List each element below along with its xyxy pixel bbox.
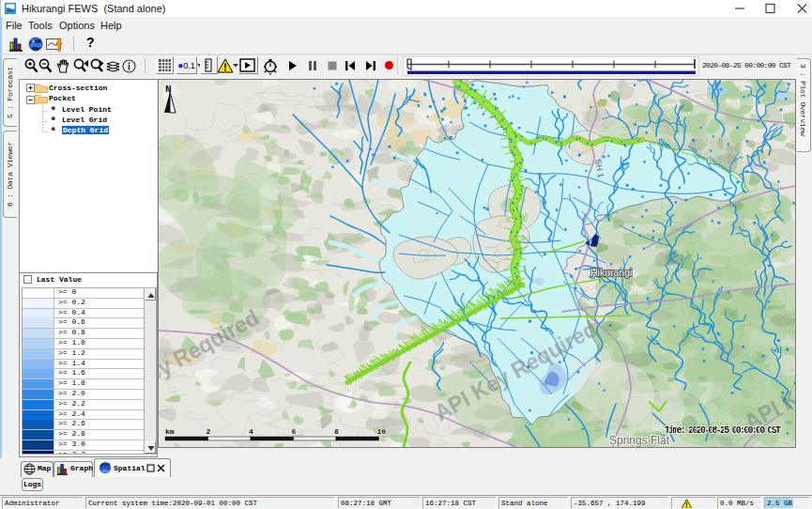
svg-text:4: 4	[249, 427, 253, 436]
svg-text:Springs Flat: Springs Flat	[609, 434, 670, 447]
svg-text:2: 2	[207, 427, 211, 436]
svg-text:8: 8	[334, 427, 339, 436]
svg-text:Time: 2020-08-25 00:00:00 CST: Time: 2020-08-25 00:00:00 CST	[665, 425, 781, 436]
svg-text:km: km	[165, 427, 175, 436]
svg-text:10: 10	[377, 427, 387, 436]
svg-text:Hikurangi: Hikurangi	[590, 267, 632, 278]
svg-text:6: 6	[292, 427, 297, 436]
